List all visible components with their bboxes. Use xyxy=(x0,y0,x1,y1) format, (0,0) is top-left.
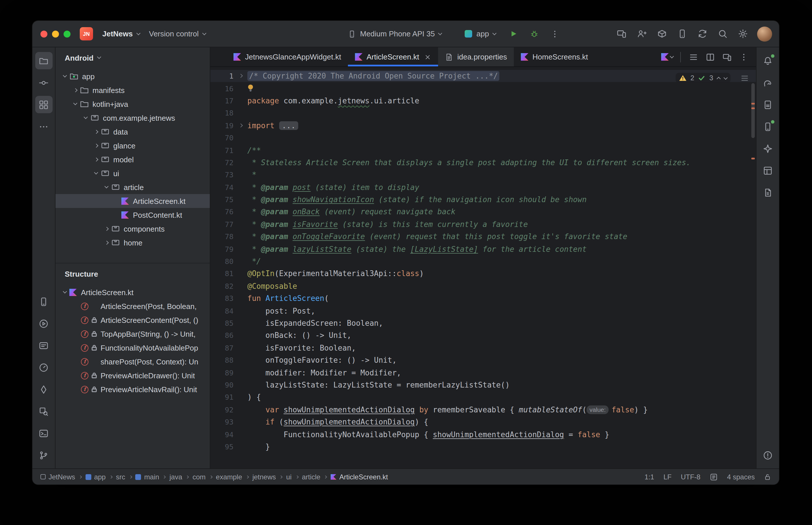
logcat-icon[interactable] xyxy=(35,337,52,354)
running-devices-icon[interactable] xyxy=(613,26,630,42)
inspections-widget[interactable]: 2 3 xyxy=(675,73,730,83)
editor-tab[interactable]: idea.properties xyxy=(438,47,514,66)
line-number[interactable]: 85 xyxy=(210,319,234,328)
line-number[interactable]: 78 xyxy=(210,232,234,241)
structure-item[interactable]: fPreviewArticleNavRail(): Unit xyxy=(56,382,210,396)
code-with-me-icon[interactable] xyxy=(633,26,650,42)
code-line[interactable]: 76 * @param onBack (event) request navig… xyxy=(210,206,756,218)
line-number[interactable]: 77 xyxy=(210,220,234,229)
line-number[interactable]: 88 xyxy=(210,356,234,364)
tree-chevron-icon[interactable] xyxy=(102,187,111,188)
terminal-icon[interactable] xyxy=(35,424,52,442)
line-number[interactable]: 79 xyxy=(210,244,234,253)
tree-chevron-icon[interactable] xyxy=(60,292,69,293)
device-selector[interactable]: Medium Phone API 35 xyxy=(343,27,446,41)
debug-button[interactable] xyxy=(526,26,542,42)
device-manager-icon[interactable] xyxy=(759,118,777,135)
title-bar[interactable]: JN JetNews Version control Medium Phone … xyxy=(32,21,779,47)
code-editor[interactable]: 1/* Copyright 2020 The Android Open Sour… xyxy=(210,67,756,468)
tree-chevron-icon[interactable] xyxy=(102,241,111,244)
breadcrumb-item[interactable]: jetnews xyxy=(252,473,276,481)
line-number[interactable]: 73 xyxy=(210,171,234,179)
breadcrumb-item[interactable]: com xyxy=(192,473,205,481)
zoom-window-button[interactable] xyxy=(63,30,71,37)
warning-stripe-mark[interactable] xyxy=(751,103,755,105)
scrollbar-thumb[interactable] xyxy=(751,83,755,138)
editor-scrollbar[interactable] xyxy=(750,67,756,468)
lock-icon[interactable] xyxy=(764,473,771,480)
project-tree-item[interactable]: app xyxy=(56,69,210,83)
line-number[interactable]: 87 xyxy=(210,344,234,352)
code-line[interactable]: 75 * @param showNavigationIcon (state) i… xyxy=(210,194,756,206)
intention-bulb-icon[interactable] xyxy=(247,84,255,92)
more-icon[interactable] xyxy=(35,118,52,135)
code-line[interactable]: 71/** xyxy=(210,144,756,156)
code-line[interactable]: 92 var showUnimplementedActionDialog by … xyxy=(210,403,756,416)
line-number[interactable]: 94 xyxy=(210,430,234,439)
line-number[interactable]: 1 xyxy=(210,72,234,80)
problems-icon[interactable] xyxy=(759,447,777,464)
app-quality-insights-icon[interactable] xyxy=(35,380,52,398)
project-tree-item[interactable]: home xyxy=(56,236,210,250)
line-number[interactable]: 93 xyxy=(210,418,234,426)
device-explorer-icon[interactable] xyxy=(759,96,777,113)
editor-tab[interactable]: HomeScreens.kt xyxy=(514,47,595,66)
structure-item[interactable]: fArticleScreen(Post, Boolean, xyxy=(56,299,210,313)
structure-item[interactable]: fArticleScreenContent(Post, () xyxy=(56,313,210,327)
sdk-manager-icon[interactable] xyxy=(654,26,670,42)
commit-icon[interactable] xyxy=(35,74,52,91)
avatar[interactable] xyxy=(757,26,772,41)
line-number[interactable]: 18 xyxy=(210,109,234,118)
code-line[interactable]: 86 onBack: () -> Unit, xyxy=(210,329,756,342)
project-tree-item[interactable]: model xyxy=(56,152,210,166)
structure-root-item[interactable]: ArticleScreen.kt xyxy=(56,285,210,299)
structure-item[interactable]: fsharePost(Post, Context): Un xyxy=(56,355,210,369)
hidden-tabs-dropdown[interactable] xyxy=(660,49,675,64)
code-line[interactable]: 80 */ xyxy=(210,255,756,268)
app-inspection-icon[interactable] xyxy=(35,403,52,420)
tree-chevron-icon[interactable] xyxy=(60,76,69,77)
code-line[interactable]: 91) { xyxy=(210,391,756,403)
search-icon[interactable] xyxy=(714,26,731,42)
tree-chevron-icon[interactable] xyxy=(81,118,90,118)
run-config-selector[interactable]: app xyxy=(460,27,501,41)
inspections-menu-icon[interactable] xyxy=(740,74,749,82)
project-tree-item[interactable]: kotlin+java xyxy=(56,97,210,111)
breadcrumb-item[interactable]: ui xyxy=(286,473,292,481)
notifications-icon[interactable] xyxy=(759,52,777,69)
tree-chevron-icon[interactable] xyxy=(71,89,80,92)
structure-item[interactable]: fPreviewArticleDrawer(): Unit xyxy=(56,369,210,382)
code-line[interactable]: 18 xyxy=(210,107,756,119)
split-editor-icon[interactable] xyxy=(703,49,718,64)
breadcrumb-item[interactable]: main xyxy=(135,473,159,481)
project-tree-item[interactable]: article xyxy=(56,180,210,194)
gradle-icon[interactable] xyxy=(759,74,777,91)
minimize-window-button[interactable] xyxy=(52,30,59,37)
code-line[interactable]: 84 post: Post, xyxy=(210,305,756,317)
project-tree-item[interactable]: com.example.jetnews xyxy=(56,111,210,125)
project-widget[interactable]: JetNews xyxy=(98,27,145,41)
device-mirror-icon[interactable] xyxy=(35,293,52,310)
code-line[interactable]: 78 * @param onToggleFavorite (event) req… xyxy=(210,230,756,243)
line-number[interactable]: 82 xyxy=(210,282,234,290)
screen-layout-icon[interactable] xyxy=(710,473,718,481)
layout-inspector-icon[interactable] xyxy=(759,162,777,179)
code-line[interactable]: 81@OptIn(ExperimentalMaterial3Api::class… xyxy=(210,268,756,280)
code-line[interactable]: 19import ... xyxy=(210,119,756,132)
line-number[interactable]: 84 xyxy=(210,306,234,315)
code-line[interactable]: 83fun ArticleScreen( xyxy=(210,292,756,305)
breadcrumb-item[interactable]: ArticleScreen.kt xyxy=(330,473,388,481)
line-number[interactable]: 16 xyxy=(210,84,234,93)
project-tree-item[interactable]: ArticleScreen.kt xyxy=(56,194,210,208)
indent-setting[interactable]: 4 spaces xyxy=(727,473,755,481)
code-line[interactable]: 87 isFavorite: Boolean, xyxy=(210,342,756,354)
code-line[interactable]: 1/* Copyright 2020 The Android Open Sour… xyxy=(210,70,756,82)
editor-tab[interactable]: JetnewsGlanceAppWidget.kt xyxy=(226,47,348,66)
previous-issue-icon[interactable] xyxy=(717,77,721,81)
vcs-widget[interactable]: Version control xyxy=(145,27,210,41)
line-separator[interactable]: LF xyxy=(663,473,671,481)
code-line[interactable]: 88 onToggleFavorite: () -> Unit, xyxy=(210,354,756,366)
line-number[interactable]: 72 xyxy=(210,158,234,167)
run-button[interactable] xyxy=(505,26,521,42)
caret-position[interactable]: 1:1 xyxy=(645,473,654,481)
